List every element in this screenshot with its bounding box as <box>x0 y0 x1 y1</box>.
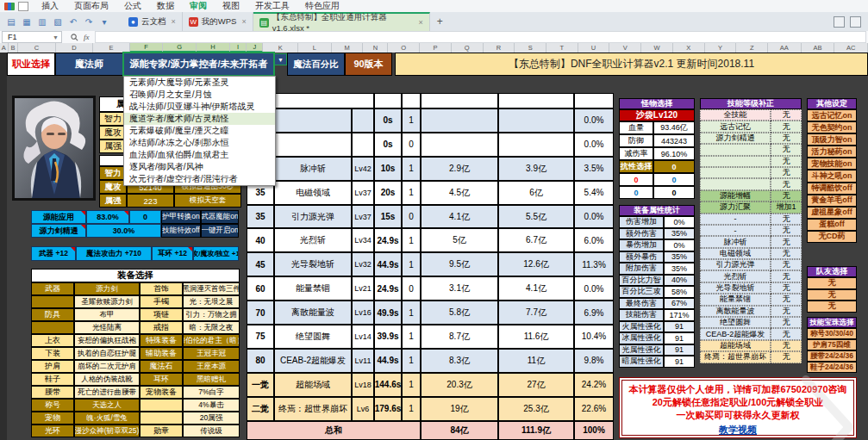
buff-percent[interactable]: 83.0% <box>86 210 129 224</box>
menu-item[interactable]: 审阅 <box>182 0 215 12</box>
menu-item[interactable]: 开发工具 <box>247 0 297 12</box>
column-header[interactable]: N <box>363 43 388 53</box>
buff-percent[interactable]: 30.0% <box>86 224 161 238</box>
correction-value[interactable]: 无 <box>771 214 802 225</box>
correction-value[interactable]: 无 <box>771 270 802 282</box>
column-header[interactable]: A <box>0 43 9 53</box>
equipment-item[interactable]: 海伯伦的君主（暗） <box>183 334 240 347</box>
equipment-item[interactable]: 20属强 <box>183 412 240 425</box>
setting-toggle[interactable]: 黄金羊毛off <box>807 195 857 207</box>
menu-item[interactable]: 数据 <box>149 0 182 12</box>
teammate-slot[interactable]: 无 <box>807 301 857 313</box>
pearl-slot[interactable]: 称号30/30/40 <box>807 328 857 339</box>
setting-toggle[interactable]: 虚祖星象off <box>807 207 857 219</box>
toolbar-icon[interactable]: ↶ <box>67 15 79 28</box>
tab-subclass-selected[interactable]: 源能专家/源力掌控者/未来开拓者 <box>123 53 274 76</box>
equipment-item[interactable]: 暗：无限之夜 <box>183 321 240 334</box>
column-header[interactable]: G <box>163 43 197 53</box>
skill-cast-count[interactable]: 1 <box>402 325 421 349</box>
resist-value[interactable]: 0 <box>653 160 695 173</box>
tab-version[interactable]: 90版本 <box>345 53 392 76</box>
setting-toggle[interactable]: 蛋糕off <box>807 219 857 231</box>
search-icon[interactable] <box>71 34 78 41</box>
equipment-item[interactable]: 人格的伪装战靴 <box>74 373 140 386</box>
skill-rank[interactable]: Lv42 <box>352 157 374 181</box>
column-header[interactable]: X <box>673 43 705 53</box>
skill-cast-count[interactable]: 1 <box>402 252 421 276</box>
window-control-icon[interactable] <box>834 16 845 28</box>
skill-cast-count[interactable]: 1 <box>402 157 421 181</box>
column-header[interactable]: K <box>263 43 298 53</box>
skill-rank[interactable]: Lv37 <box>352 205 374 229</box>
column-header[interactable]: V <box>609 43 641 53</box>
column-header[interactable]: S <box>515 43 546 53</box>
skill-rank[interactable]: Lv6 <box>352 397 374 421</box>
column-header[interactable]: D <box>56 43 93 53</box>
name-box[interactable]: F1 ▼ <box>2 31 62 43</box>
correction-value[interactable]: 无 <box>771 225 802 236</box>
correction-value[interactable]: 无 <box>771 294 802 305</box>
correction-value[interactable]: 无 <box>771 340 802 351</box>
correction-value[interactable]: 无 <box>771 109 802 121</box>
column-header[interactable]: M <box>332 43 364 53</box>
close-tab-icon[interactable]: × <box>241 17 246 26</box>
column-header[interactable]: U <box>578 43 610 53</box>
resist-zero[interactable]: 0 <box>653 186 695 199</box>
skill-cast-count[interactable]: 1 <box>402 397 421 421</box>
subclass-dropdown-button[interactable]: ▼ <box>274 53 287 65</box>
toggle-armor-convert[interactable]: 护甲转换on <box>161 210 201 224</box>
column-header[interactable]: J <box>247 43 263 53</box>
setting-toggle[interactable]: 远古记忆on <box>807 109 857 121</box>
column-header[interactable]: C <box>18 43 55 53</box>
file-menu-icon[interactable] <box>18 2 28 11</box>
skill-rank[interactable]: Lv34 <box>352 228 374 252</box>
skill-cast-count[interactable]: 0 <box>402 205 421 229</box>
column-header[interactable]: L <box>298 43 332 53</box>
resist-zero[interactable]: 0 <box>653 173 695 186</box>
column-header[interactable]: AC <box>834 43 868 53</box>
correction-value[interactable]: 无 <box>771 351 802 363</box>
toolbar-icon[interactable]: ▦ <box>21 15 33 28</box>
equipment-item[interactable]: 天选之人 <box>74 399 140 412</box>
resist-zero[interactable]: 0 <box>619 173 653 186</box>
correction-value[interactable]: 无 <box>771 156 802 167</box>
correction-value[interactable]: 无 <box>771 144 802 155</box>
skill-rank[interactable]: Lv37 <box>352 181 374 205</box>
setting-toggle[interactable]: 无色契约on <box>807 121 857 133</box>
skill-cast-count[interactable]: 1 <box>402 108 421 133</box>
menu-item[interactable]: 视图 <box>215 0 247 12</box>
dropdown-item[interactable]: 召唤师/月之女皇/月蚀 <box>124 89 275 101</box>
equipment-item[interactable]: 源力剑 <box>74 282 140 295</box>
tab-career-select[interactable]: 职业选择 <box>7 53 55 76</box>
skill-rank[interactable]: Lv18 <box>352 373 374 397</box>
equipment-item[interactable]: 圣耀救赎源力剑 <box>74 295 140 308</box>
equipment-item[interactable]: 7%白字 <box>183 386 240 399</box>
resist-zero[interactable]: 0 <box>619 186 653 199</box>
toggle-skill-effect[interactable]: 技能特效off <box>161 224 201 238</box>
column-header[interactable]: B <box>9 43 19 53</box>
formula-input[interactable] <box>95 31 867 43</box>
skill-rank[interactable]: Lv16 <box>352 301 374 325</box>
equipment-item[interactable]: 王座本源 <box>183 360 240 373</box>
column-header[interactable]: F <box>130 43 164 53</box>
skill-cast-count[interactable]: 0 <box>402 276 421 301</box>
correction-value[interactable]: 无 <box>771 178 802 189</box>
window-control-icon[interactable] <box>850 16 861 28</box>
buff-value[interactable]: 0 <box>129 210 161 224</box>
menu-item[interactable]: 公式 <box>116 0 149 12</box>
skill-rank[interactable]: Lv32 <box>352 252 374 276</box>
toggle-weapon-magic[interactable]: 武器魔能on <box>201 210 239 224</box>
setting-toggle[interactable]: 顶级力智on <box>807 133 857 146</box>
toolbar-icon[interactable]: ▾ <box>98 15 110 28</box>
skill-cast-count[interactable]: 0 <box>402 133 421 157</box>
dropdown-item[interactable]: 逐风者/御风者/风神 <box>124 161 275 173</box>
doc-tab[interactable]: W 我的WPS × <box>183 12 253 31</box>
tutorial-video-link[interactable]: 教学视频 <box>719 424 757 437</box>
menu-item[interactable]: 插入 <box>34 0 66 12</box>
dropdown-item[interactable]: 魔道学者/魔术师/古灵精怪 <box>124 113 275 125</box>
monster-name[interactable]: 沙袋Lv120 <box>619 109 695 121</box>
dropdown-item[interactable]: 元素爆破师/魔皇/湮灭之瞳 <box>124 125 275 137</box>
skill-rank[interactable] <box>352 133 374 157</box>
setting-toggle[interactable]: 活力秘药on <box>807 146 857 158</box>
column-header[interactable]: O <box>388 43 420 53</box>
